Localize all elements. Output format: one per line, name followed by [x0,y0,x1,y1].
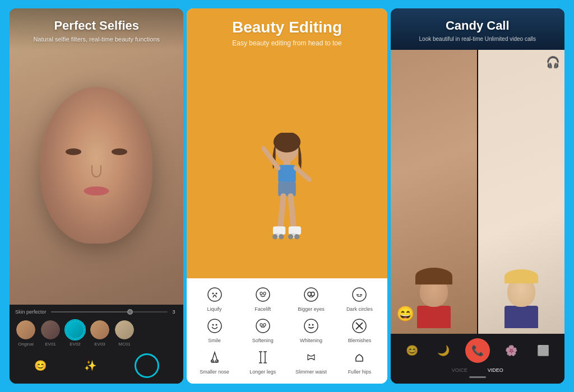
selfies-title: Perfect Selfies [16,18,177,33]
bigger-eyes-icon [304,287,318,304]
capture-button[interactable] [135,353,159,378]
person1-body [417,306,451,328]
end-call-icon: 📞 [471,344,484,357]
filter-ev02[interactable]: EV02 [64,319,86,347]
slider-label: Skin perfector [15,309,47,315]
headphones-overlay: 🎧 [546,55,560,69]
selfies-photo-area: Perfect Selfies Natural selfie filters, … [10,8,183,305]
person2-body [504,306,538,328]
svg-point-36 [312,324,314,326]
filter-ev03[interactable]: EV03 [89,319,110,347]
softening-icon [256,319,270,335]
selfies-subtitle: Natural selfie filters, real-time beauty… [16,35,177,44]
svg-point-30 [256,319,270,333]
svg-point-15 [288,234,293,239]
svg-point-22 [263,292,266,295]
svg-point-21 [260,292,262,295]
end-call-button[interactable]: 📞 [465,338,490,363]
fuller-hips-label: Fuller hips [348,369,372,375]
smile-label: Smile [208,338,221,343]
dark-circles-label: Dark circles [346,306,373,312]
slimmer-waist-icon [304,350,318,367]
grid-smile[interactable]: Smile [190,315,238,347]
svg-point-16 [294,234,299,239]
filter-mc01[interactable]: MC01 [114,319,135,347]
skin-perfector-row: Skin perfector 3 [15,309,178,315]
beauty-grid: Liquify Facelift [187,278,387,384]
filter-label-ev01: EV01 [45,342,56,347]
filter-avatar-ev01-inner [41,320,60,339]
figure-area [251,48,323,278]
tab-video[interactable]: VIDEO [483,366,508,374]
svg-line-5 [296,168,309,179]
panel-beauty: Beauty Editing Easy beauty editing from … [187,8,387,384]
face-display [10,8,183,305]
bottom-indicator [469,376,486,378]
effects-icon[interactable]: 😊 [402,340,422,361]
filter-avatar-original-inner [16,320,35,339]
liquify-label: Liquify [207,306,222,312]
blemishes-label: Blemishes [348,338,372,343]
filter-avatar-mc01-inner [115,320,134,339]
grid-blemishes[interactable]: Blemishes [335,315,383,347]
slider-track[interactable] [51,311,168,312]
longer-legs-icon [256,350,270,367]
grid-bigger-eyes[interactable]: Bigger eyes [287,284,335,315]
smiley-icon[interactable]: 😊 [34,361,47,371]
fullscreen-icon[interactable]: ⬜ [533,340,553,361]
beauty-subtitle: Easy beauty editing from head to toe [232,39,341,48]
grid-softening[interactable]: Softening [239,315,287,347]
dark-circles-icon [352,287,367,304]
sparkle-icon[interactable]: ✨ [84,361,96,371]
svg-point-24 [308,292,311,296]
grid-longer-legs[interactable]: Longer legs [239,347,287,378]
slimmer-waist-label: Slimmer waist [295,369,327,375]
filter-avatar-ev01 [40,319,61,340]
tab-voice[interactable]: VOICE [447,366,472,374]
fuller-hips-icon [352,350,367,367]
bottom-icons-row: 😊 ✨ [15,351,178,378]
svg-point-28 [212,324,214,326]
filter-row: Original EV01 EV02 [15,319,178,347]
candy-call-bottom: 😊 🌙 📞 🌸 ⬜ VOICE VIDEO [391,334,564,384]
filter-original[interactable]: Original [15,319,36,347]
grid-smaller-nose[interactable]: Smaller nose [190,347,238,378]
facelift-label: Facelift [254,306,271,312]
filter-label-ev03: EV03 [94,342,105,347]
beauty-icon[interactable]: 🌸 [501,340,521,361]
liquify-icon [207,287,222,304]
blemishes-icon [352,319,367,335]
photo-cell-girl1: 😄 [391,50,477,334]
photo-person-1 [417,276,451,328]
smaller-nose-label: Smaller nose [200,369,229,375]
svg-point-35 [309,324,311,326]
night-icon[interactable]: 🌙 [433,340,453,361]
grid-fuller-hips[interactable]: Fuller hips [335,347,383,378]
slider-thumb[interactable] [127,309,133,315]
svg-point-25 [311,292,314,296]
svg-line-7 [280,196,284,229]
voice-video-tabs: VOICE VIDEO [396,366,559,374]
grid-slimmer-waist[interactable]: Slimmer waist [287,347,335,378]
softening-label: Softening [252,338,274,343]
filter-ev01[interactable]: EV01 [40,319,61,347]
slider-value: 3 [172,309,178,315]
panel-candy-call: Candy Call Look beautiful in real-time U… [391,8,564,384]
svg-point-17 [208,288,221,301]
svg-point-27 [208,319,221,333]
grid-whitening[interactable]: Whitening [287,315,335,347]
svg-point-29 [215,324,217,326]
beauty-title: Beauty Editing [232,18,342,36]
photo-cell-girl2: 🎧 [478,50,564,334]
candy-call-photos: 😄 🎧 [391,50,564,334]
grid-liquify[interactable]: Liquify [190,284,238,315]
filter-avatar-original [15,319,36,340]
nose [91,165,101,178]
beauty-top: Beauty Editing Easy beauty editing from … [187,8,387,278]
grid-dark-circles[interactable]: Dark circles [335,284,383,315]
whitening-label: Whitening [300,338,322,343]
svg-point-26 [353,288,366,301]
candy-call-title: Candy Call [397,18,558,33]
person1-head [420,276,448,307]
grid-facelift[interactable]: Facelift [239,284,287,315]
